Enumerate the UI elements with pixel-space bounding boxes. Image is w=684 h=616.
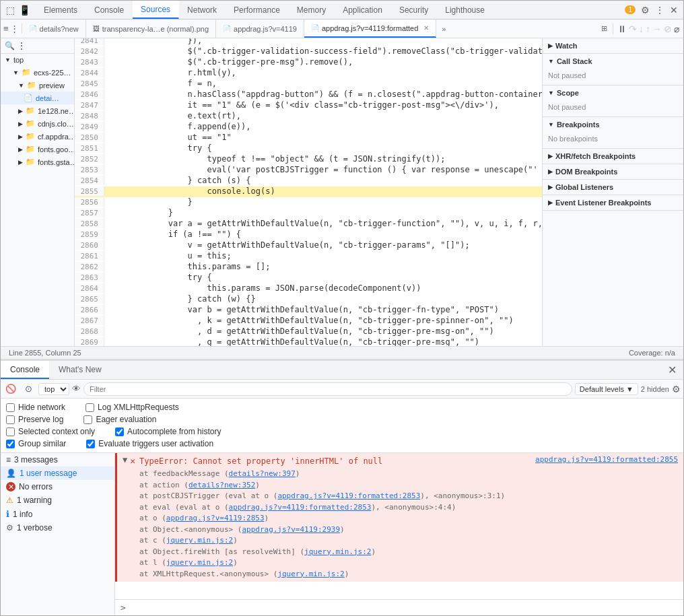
selected-context-option[interactable]: Selected context only xyxy=(6,425,95,438)
filter-input[interactable] xyxy=(83,382,572,396)
stack-link-8[interactable]: jquery.min.js:2 xyxy=(304,547,371,556)
tab-lighthouse[interactable]: Lighthouse xyxy=(437,1,493,19)
file-tab-png[interactable]: 🖼 transparency-la…e (normal).png xyxy=(86,20,216,38)
step-over-icon[interactable]: ↷ xyxy=(629,24,637,34)
inspect-icon[interactable]: ⬚ xyxy=(6,5,15,15)
stack-link-1[interactable]: details?new:397 xyxy=(229,469,296,478)
code-line-2848[interactable]: 2848 e.text(rt), xyxy=(75,111,542,122)
code-line-2843[interactable]: 2843 $(".cb-trigger-pre-msg").remove(), xyxy=(75,57,542,68)
clear-console-button[interactable]: 🚫 xyxy=(3,382,18,397)
step-out-icon[interactable]: ↑ xyxy=(646,24,650,34)
event-listener-header[interactable]: ▶ Event Listener Breakpoints xyxy=(543,195,683,210)
console-item-verbose[interactable]: ⚙ 1 verbose xyxy=(1,521,114,535)
autocomplete-option[interactable]: Autocomplete from history xyxy=(115,425,221,438)
code-line-2865[interactable]: 2865 } catch (w) {} xyxy=(75,294,542,305)
xhr-header[interactable]: ▶ XHR/fetch Breakpoints xyxy=(543,149,683,164)
eval-triggers-checkbox[interactable] xyxy=(86,440,95,448)
file-tab-appdrag-formatted[interactable]: 📄 appdrag.js?v=4119:formatted ✕ xyxy=(304,20,436,38)
callstack-header[interactable]: ▼ Call Stack xyxy=(543,54,683,69)
file-tab-details[interactable]: 📄 details?new xyxy=(22,20,86,38)
error-message-row[interactable]: ▼ ✕ TypeError: Cannot set property 'inne… xyxy=(115,453,683,582)
code-line-2859[interactable]: 2859 if (a !== "") { xyxy=(75,230,542,240)
breakpoints-header[interactable]: ▼ Breakpoints xyxy=(543,117,683,132)
console-settings-icon[interactable]: ⚙ xyxy=(672,384,681,395)
code-line-2855[interactable]: 2855 console.log(s) xyxy=(75,186,542,197)
console-input[interactable] xyxy=(129,603,678,613)
file-tab-appdrag[interactable]: 📄 appdrag.js?v=4119 xyxy=(216,20,304,38)
stack-link-9[interactable]: jquery.min.js:2 xyxy=(166,558,233,567)
tab-application[interactable]: Application xyxy=(335,1,391,19)
log-xmlhttp-option[interactable]: Log XMLHttpRequests xyxy=(86,401,179,413)
eager-eval-option[interactable]: Eager evaluation xyxy=(83,413,156,425)
console-item-all-messages[interactable]: ≡ 3 messages xyxy=(1,453,114,467)
tab-memory[interactable]: Memory xyxy=(289,1,335,19)
tree-item-top[interactable]: ▼ top xyxy=(1,54,74,66)
tree-item-fonts-gsta[interactable]: ▶ 📁 fonts.gsta… xyxy=(1,156,74,168)
console-item-info[interactable]: ℹ 1 info xyxy=(1,507,114,521)
close-devtools-icon[interactable]: ✕ xyxy=(670,5,678,15)
context-selector[interactable]: top xyxy=(38,383,69,395)
tree-item-ecxs[interactable]: ▼ 📁 ecxs-225… xyxy=(1,66,74,79)
stack-link-6[interactable]: appdrag.js?v=4119:2939 xyxy=(242,525,340,534)
expand-error-icon[interactable]: ▼ xyxy=(123,455,127,465)
more-options-icon[interactable]: ⋮ xyxy=(655,5,664,15)
code-line-2854[interactable]: 2854 } catch (s) { xyxy=(75,176,542,186)
pause-icon[interactable]: ⏸ xyxy=(617,24,627,34)
tree-item-1e128[interactable]: ▶ 📁 1e128.ne… xyxy=(1,104,74,117)
tree-item-cdnjs[interactable]: ▶ 📁 cdnjs.clo… xyxy=(1,117,74,130)
step-into-icon[interactable]: ↓ xyxy=(639,24,644,34)
code-line-2841[interactable]: 2841 }), xyxy=(75,38,542,46)
hide-network-option[interactable]: Hide network xyxy=(6,401,65,413)
console-item-errors[interactable]: ✕ No errors xyxy=(1,480,114,493)
global-listeners-header[interactable]: ▶ Global Listeners xyxy=(543,180,683,195)
tab-console[interactable]: Console xyxy=(86,1,133,19)
close-tab-icon[interactable]: ✕ xyxy=(423,24,429,32)
tree-item-preview[interactable]: ▼ 📁 preview xyxy=(1,79,74,92)
stack-link-5[interactable]: appdrag.js?v=4119:2853 xyxy=(166,514,265,522)
device-icon[interactable]: 📱 xyxy=(19,5,30,15)
code-line-2847[interactable]: 2847 it == "1" && (e = $('<div class="cb… xyxy=(75,100,542,111)
settings-icon[interactable]: ⚙ xyxy=(641,5,650,15)
error-source-link[interactable]: appdrag.js?v=4119:formatted:2855 xyxy=(535,455,678,464)
code-line-2857[interactable]: 2857 } xyxy=(75,208,542,219)
code-line-2860[interactable]: 2860 v = getAttrWithDefaultValue(n, "cb-… xyxy=(75,240,542,251)
panel-more-icon[interactable]: ⋮ xyxy=(10,24,19,34)
tree-item-cf[interactable]: ▶ 📁 cf.appdra… xyxy=(1,130,74,143)
code-line-2856[interactable]: 2856 } xyxy=(75,197,542,208)
code-line-2853[interactable]: 2853 eval('var postCBJSTrigger = functio… xyxy=(75,165,542,176)
expand-panel-icon[interactable]: ⊞ xyxy=(598,24,610,33)
code-line-2866[interactable]: 2866 var b = getAttrWithDefaultValue(n, … xyxy=(75,305,542,316)
code-line-2846[interactable]: 2846 n.hasClass("appdrag-button") && (f … xyxy=(75,90,542,100)
tree-item-fonts-goo[interactable]: ▶ 📁 fonts.goo… xyxy=(1,143,74,156)
preserve-log-button[interactable]: ⊙ xyxy=(21,382,36,397)
stack-link-7[interactable]: jquery.min.js:2 xyxy=(166,536,233,545)
deactivate-icon[interactable]: ⊘ xyxy=(664,24,672,34)
stack-link-3[interactable]: appdrag.js?v=4119:formatted:2853 xyxy=(277,491,420,500)
watch-header[interactable]: ▶ Watch xyxy=(543,38,683,53)
code-line-2864[interactable]: 2864 this.params = JSON.parse(decodeComp… xyxy=(75,283,542,294)
code-line-2862[interactable]: 2862 this.params = []; xyxy=(75,262,542,273)
step-icon[interactable]: → xyxy=(652,24,662,34)
tab-performance[interactable]: Performance xyxy=(226,1,289,19)
tab-console-bottom[interactable]: Console xyxy=(1,361,49,379)
eval-triggers-option[interactable]: Evaluate triggers user activation xyxy=(86,438,213,450)
autocomplete-checkbox[interactable] xyxy=(115,427,124,436)
dom-bp-header[interactable]: ▶ DOM Breakpoints xyxy=(543,164,683,179)
code-line-2851[interactable]: 2851 try { xyxy=(75,143,542,154)
code-line-2869[interactable]: 2869 , g = getAttrWithDefaultValue(n, "c… xyxy=(75,337,542,346)
preserve-log-option[interactable]: Preserve log xyxy=(6,413,63,425)
close-console-icon[interactable]: ✕ xyxy=(661,364,683,376)
code-editor[interactable]: 2836 if (t.type == "field") {2837 var i … xyxy=(75,38,542,346)
eager-eval-checkbox[interactable] xyxy=(83,415,92,424)
console-item-user-messages[interactable]: 👤 1 user message xyxy=(1,467,114,480)
tree-item-details[interactable]: 📄 detai… xyxy=(1,92,74,104)
tab-elements[interactable]: Elements xyxy=(36,1,86,19)
hide-network-checkbox[interactable] xyxy=(6,403,15,412)
code-line-2850[interactable]: 2850 ut == "1" xyxy=(75,133,542,143)
sidebar-more-icon[interactable]: ⋮ xyxy=(18,41,26,50)
stack-link-4[interactable]: appdrag.js?v=4119:formatted:2853 xyxy=(229,503,372,512)
console-item-warnings[interactable]: ⚠ 1 warning xyxy=(1,493,114,507)
default-levels-button[interactable]: Default levels ▼ xyxy=(575,383,638,395)
code-line-2861[interactable]: 2861 u = this; xyxy=(75,251,542,262)
log-xmlhttp-checkbox[interactable] xyxy=(86,403,94,412)
